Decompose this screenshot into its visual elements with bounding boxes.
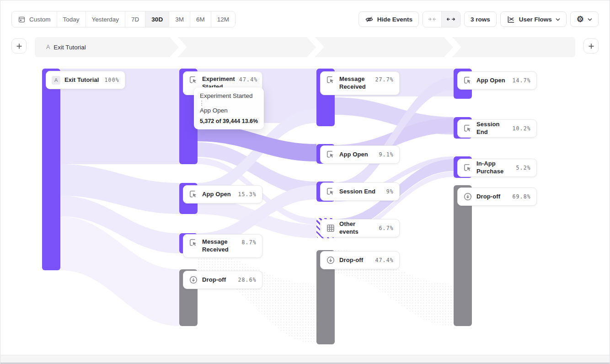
drop-off-icon: [463, 192, 472, 201]
toolbar: Custom Today Yesterday 7D 30D 3M 6M 12M …: [11, 11, 599, 27]
flow-node-message-received-3[interactable]: Message Received 27.7%: [320, 71, 400, 95]
flow-bar-drop-off-4[interactable]: [454, 185, 472, 326]
click-event-icon: [326, 75, 335, 85]
eye-off-icon: [365, 15, 374, 24]
settings-dropdown[interactable]: ⚙: [570, 11, 599, 27]
rows-label: 3 rows: [471, 16, 490, 23]
click-event-icon: [463, 76, 472, 85]
flow-node-drop-off-2[interactable]: Drop-off 28.6%: [183, 271, 262, 289]
date-range-custom[interactable]: Custom: [12, 11, 57, 27]
tooltip-from-event: Experiment Started: [200, 92, 258, 99]
date-range-picker: Custom Today Yesterday 7D 30D 3M 6M 12M: [11, 11, 235, 27]
chart-type-label: User Flows: [519, 16, 552, 23]
date-range-30d[interactable]: 30D: [145, 11, 169, 27]
date-range-yesterday[interactable]: Yesterday: [86, 11, 126, 27]
click-event-icon: [189, 75, 198, 85]
flow-node-app-open-2[interactable]: App Open 15.3%: [183, 185, 262, 203]
step-letter: A: [46, 44, 50, 50]
gear-icon: ⚙: [577, 15, 584, 23]
date-range-12m[interactable]: 12M: [211, 11, 235, 27]
rows-button[interactable]: 3 rows: [464, 11, 497, 27]
click-event-icon: [463, 163, 472, 172]
expand-columns-button[interactable]: [442, 11, 460, 27]
hide-events-button[interactable]: Hide Events: [359, 11, 419, 27]
date-range-3m[interactable]: 3M: [169, 11, 190, 27]
flow-node-drop-off-4[interactable]: Drop-off 69.8%: [457, 187, 537, 206]
user-flows-app: Custom Today Yesterday 7D 30D 3M 6M 12M …: [0, 0, 610, 364]
date-range-6m[interactable]: 6M: [190, 11, 211, 27]
flow-node-other-events-3[interactable]: Other events 6.7%: [320, 219, 400, 237]
flow-link-tooltip: Experiment Started App Open 5,372 of 39,…: [194, 87, 264, 129]
scrollbar-track: [0, 363, 610, 364]
flow-node-message-received-2[interactable]: Message Received 8.7%: [183, 234, 262, 258]
add-step-after-button[interactable]: [583, 38, 599, 54]
other-events-grid-icon: [326, 224, 335, 233]
toolbar-right: Hide Events: [359, 11, 599, 27]
collapse-columns-button[interactable]: [423, 11, 442, 27]
step-a-chip[interactable]: A Exit Tutorial: [46, 37, 86, 57]
flow-node-session-end-3[interactable]: Session End 9%: [320, 182, 400, 201]
click-event-icon: [189, 190, 198, 199]
calendar-icon: [18, 16, 26, 23]
click-event-icon: [189, 238, 198, 247]
tooltip-detail: 5,372 of 39,444 13.6%: [200, 118, 258, 124]
drop-off-icon: [189, 275, 198, 284]
plus-icon: [16, 43, 23, 50]
click-event-icon: [326, 187, 335, 196]
flow-node-exit-tutorial[interactable]: A Exit Tutorial 100%: [46, 71, 125, 89]
column-width-toggle: [423, 11, 460, 27]
hide-events-label: Hide Events: [377, 16, 412, 23]
tooltip-connector: [201, 101, 202, 106]
chevron-down-icon: [588, 18, 592, 21]
flow-node-drop-off-3[interactable]: Drop-off 47.4%: [320, 251, 400, 269]
plus-icon: [588, 43, 595, 50]
step-badge: A: [52, 76, 60, 85]
flow-node-app-open-4[interactable]: App Open 14.7%: [457, 71, 537, 90]
flow-node-session-end-4[interactable]: Session End 10.2%: [457, 119, 537, 138]
tooltip-to-event: App Open: [200, 107, 258, 114]
flow-bar-exit-tutorial[interactable]: [42, 69, 60, 270]
horizontal-scroll-area[interactable]: [0, 355, 610, 364]
step-title: Exit Tutorial: [54, 44, 86, 51]
expand-arrows-icon: [446, 16, 455, 23]
collapse-arrows-icon: [428, 16, 437, 23]
chart-type-dropdown[interactable]: User Flows: [500, 11, 567, 27]
user-flows-icon: [507, 15, 515, 24]
step-separators: [35, 37, 575, 57]
chevron-down-icon: [556, 18, 560, 21]
drop-off-icon: [326, 256, 335, 265]
flow-node-app-open-3[interactable]: App Open 9.1%: [320, 145, 400, 164]
add-step-before-button[interactable]: [11, 38, 27, 54]
flow-node-in-app-purchase-4[interactable]: In-App Purchase 5.2%: [457, 159, 537, 177]
date-range-label: Custom: [29, 16, 51, 23]
click-event-icon: [326, 150, 335, 159]
date-range-today[interactable]: Today: [57, 11, 86, 27]
date-range-7d[interactable]: 7D: [125, 11, 145, 27]
click-event-icon: [463, 124, 472, 133]
steps-row: A Exit Tutorial: [11, 37, 599, 57]
step-band[interactable]: A Exit Tutorial: [35, 37, 575, 57]
